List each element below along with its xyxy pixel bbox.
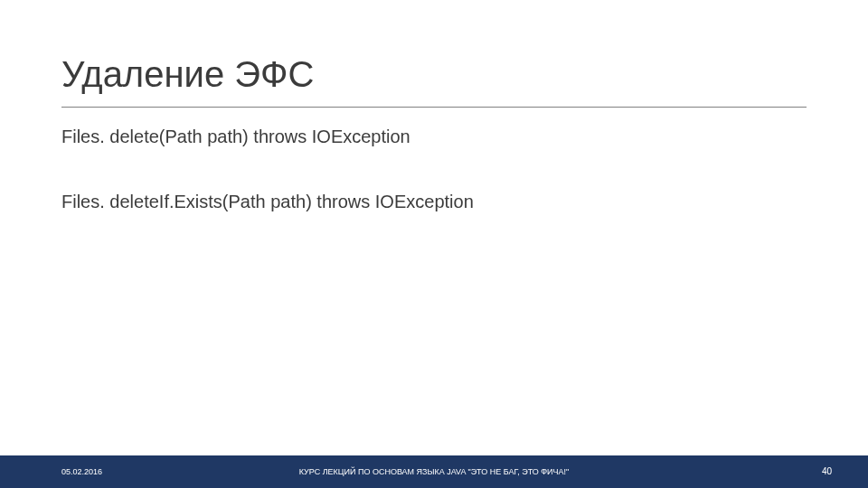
title-underline xyxy=(61,107,807,108)
slide-title: Удаление ЭФС xyxy=(61,54,314,95)
body-text-line-2: Files. deleteIf.Exists(Path path) throws… xyxy=(61,192,474,212)
footer-course-title: КУРС ЛЕКЦИЙ ПО ОСНОВАМ ЯЗЫКА JAVA "ЭТО Н… xyxy=(0,467,868,476)
body-text-line-1: Files. delete(Path path) throws IOExcept… xyxy=(61,127,410,147)
slide: Удаление ЭФС Files. delete(Path path) th… xyxy=(0,0,868,488)
footer-bar: 05.02.2016 КУРС ЛЕКЦИЙ ПО ОСНОВАМ ЯЗЫКА … xyxy=(0,455,868,488)
footer-page-number: 40 xyxy=(822,466,832,476)
